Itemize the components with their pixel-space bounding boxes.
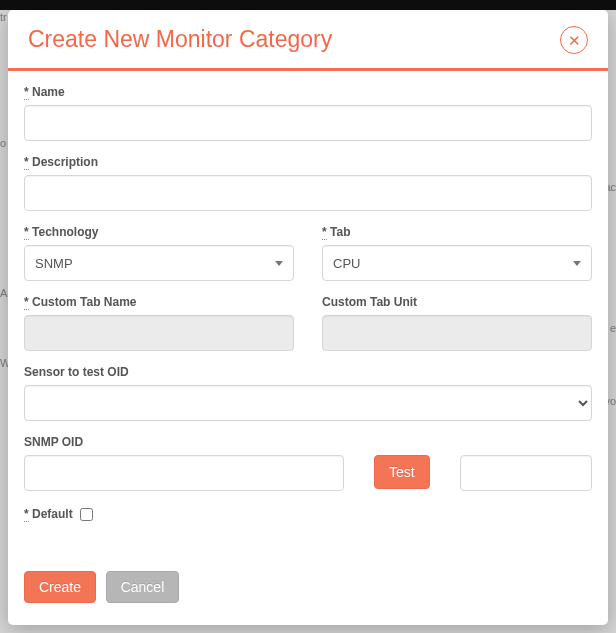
- description-field-group: * Description: [24, 155, 592, 211]
- sensor-oid-group: Sensor to test OID: [24, 365, 592, 421]
- sensor-oid-label-text: Sensor to test OID: [24, 365, 129, 379]
- name-label: * Name: [24, 85, 592, 99]
- bg-text-fragment: e: [610, 322, 616, 334]
- sensor-oid-select[interactable]: [24, 385, 592, 421]
- description-input[interactable]: [24, 175, 592, 211]
- custom-tab-name-group: * Custom Tab Name: [24, 295, 294, 351]
- custom-tab-unit-group: Custom Tab Unit: [322, 295, 592, 351]
- snmp-oid-group: SNMP OID Test: [24, 435, 592, 491]
- custom-tab-name-label-text: Custom Tab Name: [32, 295, 136, 309]
- tab-label-text: Tab: [330, 225, 350, 239]
- snmp-oid-result-input[interactable]: [460, 455, 592, 491]
- required-marker: *: [24, 85, 29, 100]
- description-label: * Description: [24, 155, 592, 169]
- tab-select-wrap: CPU: [322, 245, 592, 281]
- required-marker: *: [24, 225, 29, 240]
- technology-select-wrap: SNMP: [24, 245, 294, 281]
- custom-tab-row: * Custom Tab Name Custom Tab Unit: [24, 295, 592, 351]
- tab-field-group: * Tab CPU: [322, 225, 592, 281]
- custom-tab-name-input: [24, 315, 294, 351]
- create-button[interactable]: Create: [24, 571, 96, 603]
- close-icon: ✕: [568, 33, 581, 48]
- required-marker: *: [322, 225, 327, 240]
- bg-text-fragment: o: [0, 137, 6, 149]
- tab-select[interactable]: CPU: [322, 245, 592, 281]
- custom-tab-unit-label-text: Custom Tab Unit: [322, 295, 417, 309]
- custom-tab-unit-label: Custom Tab Unit: [322, 295, 592, 309]
- tab-label: * Tab: [322, 225, 592, 239]
- bg-text-fragment: A: [0, 287, 7, 299]
- name-field-group: * Name: [24, 85, 592, 141]
- default-checkbox[interactable]: [80, 508, 93, 521]
- close-button[interactable]: ✕: [560, 26, 588, 54]
- custom-tab-name-label: * Custom Tab Name: [24, 295, 294, 309]
- technology-select[interactable]: SNMP: [24, 245, 294, 281]
- test-button-wrap: Test: [374, 455, 430, 489]
- name-input[interactable]: [24, 105, 592, 141]
- tech-tab-row: * Technology SNMP * Tab CPU: [24, 225, 592, 281]
- background-dark-strip: [0, 0, 616, 10]
- modal-body: * Name * Description * Technology: [8, 71, 608, 561]
- name-label-text: Name: [32, 85, 65, 99]
- snmp-oid-label: SNMP OID: [24, 435, 592, 449]
- snmp-oid-input-wrap: [24, 455, 344, 491]
- required-marker: *: [24, 155, 29, 170]
- test-button[interactable]: Test: [374, 455, 430, 489]
- default-group: * Default: [24, 505, 592, 524]
- sensor-oid-label: Sensor to test OID: [24, 365, 592, 379]
- snmp-oid-input[interactable]: [24, 455, 344, 491]
- custom-tab-unit-input: [322, 315, 592, 351]
- snmp-oid-label-text: SNMP OID: [24, 435, 83, 449]
- snmp-oid-result-wrap: [460, 455, 592, 491]
- snmp-oid-row: Test: [24, 455, 592, 491]
- technology-field-group: * Technology SNMP: [24, 225, 294, 281]
- required-marker: *: [24, 507, 29, 522]
- cancel-button[interactable]: Cancel: [106, 571, 180, 603]
- modal-title: Create New Monitor Category: [28, 26, 332, 54]
- modal-footer: Create Cancel: [8, 561, 608, 625]
- bg-text-fragment: tr: [0, 11, 7, 23]
- technology-label: * Technology: [24, 225, 294, 239]
- required-marker: *: [24, 295, 29, 310]
- technology-label-text: Technology: [32, 225, 98, 239]
- create-monitor-category-modal: Create New Monitor Category ✕ * Name * D…: [8, 10, 608, 625]
- description-label-text: Description: [32, 155, 98, 169]
- modal-header: Create New Monitor Category ✕: [8, 10, 608, 71]
- default-label: * Default: [24, 507, 76, 521]
- default-label-text: Default: [32, 507, 73, 521]
